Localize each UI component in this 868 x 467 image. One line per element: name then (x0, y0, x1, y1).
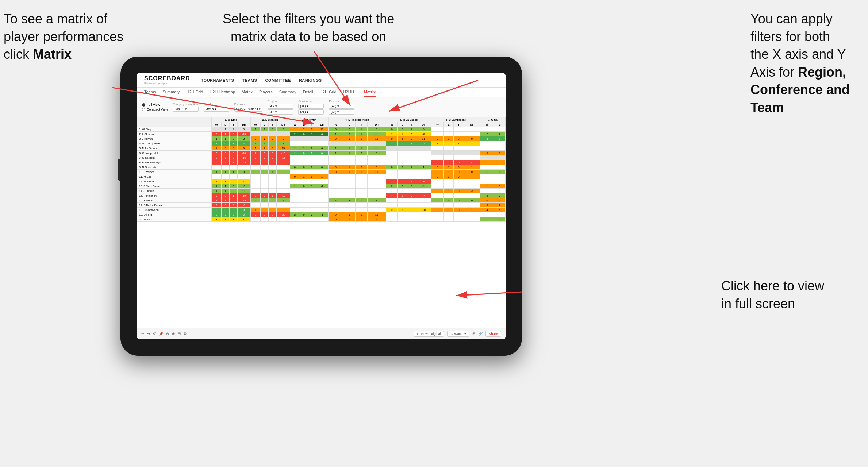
filter-region-select1[interactable]: N/A ▾ (268, 104, 293, 109)
cell-12-2-3: -1 (316, 184, 328, 189)
cell-4-2-1: 1 (300, 146, 308, 151)
cell-19-6-0: 1 (480, 217, 494, 222)
cell-8-0-2 (229, 165, 237, 170)
view-compact[interactable]: Compact View (142, 108, 168, 111)
filter-max-select[interactable]: Top 25 ▾ (173, 107, 199, 112)
cell-17-1-3: 0 (277, 208, 290, 212)
tablet-frame: SCOREBOARD Powered by clippd TOURNAMENTS… (120, 57, 522, 356)
cell-4-3-2: 1 (355, 146, 367, 151)
toolbar-refresh[interactable]: ↺ (153, 332, 156, 336)
view-full-label: Full View (147, 103, 160, 107)
cell-18-5-0 (431, 212, 443, 217)
cell-18-4-3 (416, 212, 431, 217)
toolbar-undo[interactable]: ↩ (141, 332, 144, 336)
toolbar-share-icon[interactable]: 🔗 (478, 332, 483, 336)
cell-5-6-0: 0 (480, 151, 494, 155)
cell-19-2-1 (300, 217, 308, 222)
nav-teams[interactable]: TEAMS (242, 78, 257, 82)
subnav-h2hh[interactable]: H2HH... (343, 88, 357, 97)
th-t4: T (355, 122, 367, 127)
watch-btn[interactable]: ⊙ Watch ▾ (447, 331, 469, 337)
toolbar-settings[interactable]: ⚙ (184, 332, 187, 336)
filter-players: Players (All) ▾ (All) ▾ (329, 100, 354, 115)
filter-conference-select1[interactable]: (All) ▾ (298, 104, 324, 109)
row-header-10: 11. M Ege (137, 174, 212, 179)
cell-19-2-2 (308, 217, 316, 222)
cell-10-6-0 (480, 174, 494, 179)
subnav-summary[interactable]: Summary (162, 88, 180, 97)
filter-conference-select2[interactable]: (All) ▾ (298, 109, 324, 115)
toolbar-minus[interactable]: ⊖ (166, 332, 169, 336)
cell-19-1-3 (277, 217, 290, 222)
matrix-container[interactable]: 1. W Ding 2. L Clanton 3. J Koivun 4. M … (137, 117, 506, 336)
cell-5-0-1: 0 (222, 151, 230, 155)
cell-13-1-2 (269, 189, 277, 193)
nav-tournaments[interactable]: TOURNAMENTS (201, 78, 234, 82)
toolbar-pin[interactable]: 📌 (159, 332, 163, 336)
cell-2-5-3: 0 (464, 136, 480, 141)
filter-region-select2[interactable]: N/A ▾ (268, 109, 293, 115)
subnav-summary2[interactable]: Summary (279, 88, 296, 97)
filter-gender-select[interactable]: Men's ▾ (204, 107, 229, 112)
subnav-players[interactable]: Players (259, 88, 273, 97)
cell-14-0-3: -19 (237, 193, 250, 198)
filter-division-select[interactable]: NCAA Division I ▾ (234, 107, 262, 112)
filter-players-select1[interactable]: (All) ▾ (329, 104, 354, 109)
nav-rankings[interactable]: RANKINGS (299, 78, 322, 82)
toolbar-screen[interactable]: ⊞ (472, 332, 475, 336)
cell-14-5-2 (454, 193, 464, 198)
share-btn[interactable]: Share (485, 331, 501, 337)
th-col4: 4. M Thorbjornsen (328, 117, 386, 122)
cell-6-4-0 (386, 155, 398, 160)
cell-9-1-0: 0 (250, 170, 261, 174)
cell-7-3-2 (355, 160, 367, 165)
subnav-h2h-grid2[interactable]: H2H Grid (320, 88, 337, 97)
filter-gender: Gender Men's ▾ (204, 103, 229, 112)
row-header-12: 13. J Skov Olesen (137, 184, 212, 189)
nav-committee[interactable]: COMMITTEE (265, 78, 291, 82)
cell-16-0-1: 0 (222, 203, 230, 208)
cell-19-4-1 (397, 217, 407, 222)
subnav-h2h-heatmap[interactable]: H2H Heatmap (210, 88, 235, 97)
cell-18-5-3 (464, 212, 480, 217)
cell-3-5-0: 1 (431, 141, 443, 146)
cell-11-3-0 (328, 179, 343, 184)
cell-8-0-3 (237, 165, 250, 170)
cell-5-2-3: 0 (316, 151, 328, 155)
cell-11-2-1 (300, 179, 308, 184)
cell-1-5-1 (444, 132, 454, 136)
view-full[interactable]: Full View (142, 103, 168, 107)
cell-9-3-2: 0 (355, 170, 367, 174)
th-col5: 5. M La Sasso (386, 117, 431, 122)
cell-1-5-0 (431, 132, 443, 136)
cell-17-2-1 (300, 208, 308, 212)
th-col3: 3. J Koivun (290, 117, 328, 122)
cell-2-6-1: 1 (494, 136, 506, 141)
cell-0-5-3 (464, 127, 480, 132)
subnav-matrix-active[interactable]: Matrix (364, 88, 376, 97)
cell-18-6-0 (480, 212, 494, 217)
cell-15-5-3: 0 (464, 198, 480, 203)
th-d6: Dif (464, 122, 480, 127)
filter-players-select2[interactable]: (All) ▾ (329, 109, 354, 115)
toolbar-fit[interactable]: ⊟ (178, 332, 181, 336)
cell-17-0-3: 0 (237, 208, 250, 212)
cell-18-2-3: -1 (316, 212, 328, 217)
toolbar-redo[interactable]: ↪ (147, 332, 150, 336)
view-original-btn[interactable]: ⊙ View: Original (414, 331, 444, 337)
subnav-teams[interactable]: Teams (144, 88, 156, 97)
cell-4-4-0 (386, 146, 398, 151)
cell-5-1-0: 2 (250, 151, 261, 155)
subnav-detail[interactable]: Detail (303, 88, 313, 97)
cell-10-5-2: 0 (454, 174, 464, 179)
cell-7-4-1 (397, 160, 407, 165)
cell-8-3-2: 0 (355, 165, 367, 170)
cell-19-3-1: 1 (343, 217, 355, 222)
filter-division-label: Division (234, 103, 262, 106)
subnav-matrix[interactable]: Matrix (242, 88, 253, 97)
cell-5-5-0 (431, 151, 443, 155)
cell-7-0-1: 2 (222, 160, 230, 165)
cell-8-3-1: 1 (343, 165, 355, 170)
toolbar-plus[interactable]: ⊕ (172, 332, 175, 336)
subnav-h2h-grid[interactable]: H2H Grid (186, 88, 203, 97)
